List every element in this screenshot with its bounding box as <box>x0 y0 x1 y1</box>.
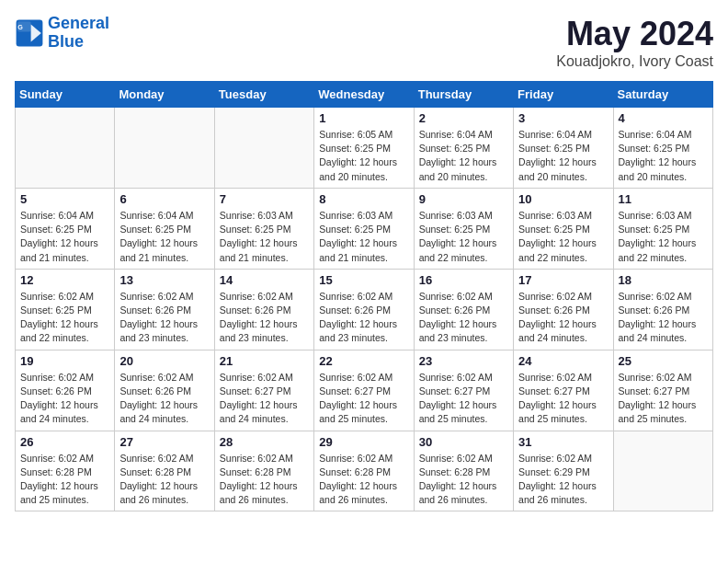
calendar-cell: 14Sunrise: 6:02 AMSunset: 6:26 PMDayligh… <box>214 269 313 350</box>
calendar-cell: 13Sunrise: 6:02 AMSunset: 6:26 PMDayligh… <box>115 269 214 350</box>
day-info: Sunrise: 6:04 AMSunset: 6:25 PMDaylight:… <box>619 128 708 184</box>
day-number: 30 <box>419 435 508 449</box>
day-number: 2 <box>419 111 508 125</box>
day-number: 22 <box>319 354 408 368</box>
calendar-week-row: 26Sunrise: 6:02 AMSunset: 6:28 PMDayligh… <box>16 431 713 511</box>
calendar-cell: 7Sunrise: 6:03 AMSunset: 6:25 PMDaylight… <box>214 188 313 269</box>
month-year-title: May 2024 <box>556 15 713 53</box>
calendar-cell: 10Sunrise: 6:03 AMSunset: 6:25 PMDayligh… <box>514 188 613 269</box>
calendar-cell <box>115 108 214 189</box>
weekday-header: Sunday <box>16 82 115 108</box>
day-number: 23 <box>419 354 508 368</box>
day-info: Sunrise: 6:02 AMSunset: 6:29 PMDaylight:… <box>518 452 608 508</box>
day-info: Sunrise: 6:02 AMSunset: 6:27 PMDaylight:… <box>319 371 408 427</box>
day-number: 4 <box>619 111 708 125</box>
calendar-cell: 5Sunrise: 6:04 AMSunset: 6:25 PMDaylight… <box>16 188 115 269</box>
day-number: 16 <box>419 273 508 287</box>
calendar-cell: 20Sunrise: 6:02 AMSunset: 6:26 PMDayligh… <box>115 350 214 431</box>
calendar-cell: 3Sunrise: 6:04 AMSunset: 6:25 PMDaylight… <box>514 108 613 189</box>
weekday-header-row: SundayMondayTuesdayWednesdayThursdayFrid… <box>16 82 713 108</box>
day-info: Sunrise: 6:02 AMSunset: 6:27 PMDaylight:… <box>518 371 608 427</box>
calendar-table: SundayMondayTuesdayWednesdayThursdayFrid… <box>15 81 713 511</box>
calendar-week-row: 1Sunrise: 6:05 AMSunset: 6:25 PMDaylight… <box>16 108 713 189</box>
calendar-week-row: 12Sunrise: 6:02 AMSunset: 6:25 PMDayligh… <box>16 269 713 350</box>
day-number: 19 <box>20 354 109 368</box>
day-info: Sunrise: 6:02 AMSunset: 6:26 PMDaylight:… <box>619 290 708 346</box>
calendar-cell: 29Sunrise: 6:02 AMSunset: 6:28 PMDayligh… <box>314 431 414 511</box>
day-number: 21 <box>220 354 309 368</box>
day-number: 18 <box>619 273 708 287</box>
day-number: 13 <box>119 273 209 287</box>
day-info: Sunrise: 6:05 AMSunset: 6:25 PMDaylight:… <box>319 128 408 184</box>
day-number: 17 <box>518 273 608 287</box>
weekday-header: Saturday <box>613 82 712 108</box>
calendar-cell <box>613 431 712 511</box>
calendar-cell: 1Sunrise: 6:05 AMSunset: 6:25 PMDaylight… <box>314 108 414 189</box>
calendar-cell: 24Sunrise: 6:02 AMSunset: 6:27 PMDayligh… <box>514 350 613 431</box>
day-number: 5 <box>20 192 109 206</box>
calendar-cell: 6Sunrise: 6:04 AMSunset: 6:25 PMDaylight… <box>115 188 214 269</box>
calendar-cell: 9Sunrise: 6:03 AMSunset: 6:25 PMDaylight… <box>414 188 513 269</box>
calendar-cell: 16Sunrise: 6:02 AMSunset: 6:26 PMDayligh… <box>414 269 513 350</box>
calendar-cell: 18Sunrise: 6:02 AMSunset: 6:26 PMDayligh… <box>613 269 712 350</box>
calendar-cell: 17Sunrise: 6:02 AMSunset: 6:26 PMDayligh… <box>514 269 613 350</box>
calendar-week-row: 5Sunrise: 6:04 AMSunset: 6:25 PMDaylight… <box>16 188 713 269</box>
calendar-cell: 26Sunrise: 6:02 AMSunset: 6:28 PMDayligh… <box>16 431 115 511</box>
day-info: Sunrise: 6:03 AMSunset: 6:25 PMDaylight:… <box>319 209 408 265</box>
day-info: Sunrise: 6:02 AMSunset: 6:25 PMDaylight:… <box>20 290 109 346</box>
day-info: Sunrise: 6:02 AMSunset: 6:26 PMDaylight:… <box>518 290 608 346</box>
day-number: 1 <box>319 111 408 125</box>
day-number: 9 <box>419 192 508 206</box>
day-number: 20 <box>119 354 209 368</box>
day-number: 6 <box>119 192 209 206</box>
weekday-header: Monday <box>115 82 214 108</box>
calendar-cell: 22Sunrise: 6:02 AMSunset: 6:27 PMDayligh… <box>314 350 414 431</box>
calendar-cell <box>214 108 313 189</box>
day-number: 26 <box>20 435 109 449</box>
day-info: Sunrise: 6:02 AMSunset: 6:26 PMDaylight:… <box>20 371 109 427</box>
day-info: Sunrise: 6:03 AMSunset: 6:25 PMDaylight:… <box>419 209 508 265</box>
day-number: 27 <box>119 435 209 449</box>
day-number: 14 <box>220 273 309 287</box>
day-info: Sunrise: 6:04 AMSunset: 6:25 PMDaylight:… <box>119 209 209 265</box>
calendar-cell: 25Sunrise: 6:02 AMSunset: 6:27 PMDayligh… <box>613 350 712 431</box>
day-info: Sunrise: 6:02 AMSunset: 6:28 PMDaylight:… <box>419 452 508 508</box>
day-info: Sunrise: 6:02 AMSunset: 6:26 PMDaylight:… <box>419 290 508 346</box>
day-number: 11 <box>619 192 708 206</box>
day-number: 12 <box>20 273 109 287</box>
day-info: Sunrise: 6:02 AMSunset: 6:26 PMDaylight:… <box>319 290 408 346</box>
calendar-week-row: 19Sunrise: 6:02 AMSunset: 6:26 PMDayligh… <box>16 350 713 431</box>
weekday-header: Friday <box>514 82 613 108</box>
day-number: 7 <box>220 192 309 206</box>
day-number: 28 <box>220 435 309 449</box>
weekday-header: Thursday <box>414 82 513 108</box>
day-number: 25 <box>619 354 708 368</box>
day-info: Sunrise: 6:02 AMSunset: 6:26 PMDaylight:… <box>119 371 209 427</box>
calendar-cell: 27Sunrise: 6:02 AMSunset: 6:28 PMDayligh… <box>115 431 214 511</box>
calendar-cell: 12Sunrise: 6:02 AMSunset: 6:25 PMDayligh… <box>16 269 115 350</box>
day-info: Sunrise: 6:02 AMSunset: 6:27 PMDaylight:… <box>419 371 508 427</box>
day-number: 8 <box>319 192 408 206</box>
calendar-cell: 15Sunrise: 6:02 AMSunset: 6:26 PMDayligh… <box>314 269 414 350</box>
logo-text: General Blue <box>48 15 109 52</box>
day-number: 29 <box>319 435 408 449</box>
day-info: Sunrise: 6:02 AMSunset: 6:28 PMDaylight:… <box>319 452 408 508</box>
calendar-cell: 21Sunrise: 6:02 AMSunset: 6:27 PMDayligh… <box>214 350 313 431</box>
calendar-cell <box>16 108 115 189</box>
weekday-header: Tuesday <box>214 82 313 108</box>
day-info: Sunrise: 6:02 AMSunset: 6:26 PMDaylight:… <box>220 290 309 346</box>
day-info: Sunrise: 6:04 AMSunset: 6:25 PMDaylight:… <box>419 128 508 184</box>
day-info: Sunrise: 6:02 AMSunset: 6:28 PMDaylight:… <box>20 452 109 508</box>
day-number: 15 <box>319 273 408 287</box>
calendar-cell: 4Sunrise: 6:04 AMSunset: 6:25 PMDaylight… <box>613 108 712 189</box>
svg-text:G: G <box>17 23 23 31</box>
calendar-cell: 30Sunrise: 6:02 AMSunset: 6:28 PMDayligh… <box>414 431 513 511</box>
day-info: Sunrise: 6:02 AMSunset: 6:27 PMDaylight:… <box>619 371 708 427</box>
calendar-cell: 31Sunrise: 6:02 AMSunset: 6:29 PMDayligh… <box>514 431 613 511</box>
title-block: May 2024 Kouadjokro, Ivory Coast <box>556 15 713 70</box>
calendar-cell: 19Sunrise: 6:02 AMSunset: 6:26 PMDayligh… <box>16 350 115 431</box>
calendar-cell: 2Sunrise: 6:04 AMSunset: 6:25 PMDaylight… <box>414 108 513 189</box>
day-number: 31 <box>518 435 608 449</box>
day-number: 10 <box>518 192 608 206</box>
day-info: Sunrise: 6:02 AMSunset: 6:27 PMDaylight:… <box>220 371 309 427</box>
